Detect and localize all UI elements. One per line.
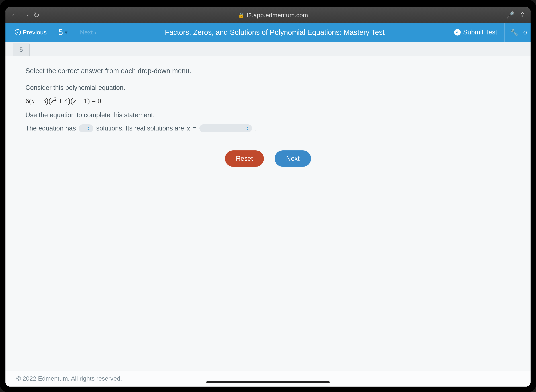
tools-button[interactable]: 🔧 To <box>504 23 531 42</box>
submit-test-button[interactable]: ✓ Submit Test <box>447 23 504 42</box>
equation-display: 6(x − 3)(x2 + 4)(x + 1) = 0 <box>25 96 511 105</box>
updown-icon: ▴▾ <box>86 126 91 131</box>
submit-label: Submit Test <box>463 28 497 36</box>
home-indicator[interactable] <box>206 381 330 383</box>
dropdown-real-solutions[interactable]: ▴▾ <box>199 124 252 132</box>
equals-sign: = <box>193 125 196 132</box>
header-next-label: Next <box>80 29 93 36</box>
browser-forward-icon[interactable]: → <box>22 11 29 19</box>
copyright-text: © 2022 Edmentum. All rights reserved. <box>16 375 122 382</box>
check-icon: ✓ <box>454 29 461 36</box>
prompt-line2: Use the equation to complete this statem… <box>25 111 511 119</box>
tools-label: To <box>520 28 527 36</box>
stmt-period: . <box>255 125 257 132</box>
variable-x: x <box>187 125 190 132</box>
stmt-part-a: The equation has <box>25 125 76 132</box>
chevron-down-icon: ▾ <box>65 29 67 36</box>
dropdown-solution-count[interactable]: ▴▾ <box>79 124 93 132</box>
tab-strip: 5 <box>5 42 531 56</box>
app-header: ‹ Previous 5 ▾ Next › Factors, Zeros, an… <box>5 23 531 42</box>
mic-icon[interactable]: 🎤 <box>507 11 515 19</box>
header-next-button: Next › <box>74 23 103 42</box>
question-content: Select the correct answer from each drop… <box>5 56 531 370</box>
browser-back-icon[interactable]: ← <box>11 11 18 19</box>
url-display[interactable]: 🔒 f2.app.edmentum.com <box>45 12 501 19</box>
test-title: Factors, Zeros, and Solutions of Polynom… <box>103 28 447 37</box>
action-row: Reset Next <box>25 150 511 167</box>
previous-button[interactable]: ‹ Previous <box>9 23 52 42</box>
lock-icon: 🔒 <box>238 12 244 18</box>
instruction-text: Select the correct answer from each drop… <box>25 67 511 75</box>
browser-refresh-icon[interactable]: ↻ <box>34 11 39 19</box>
browser-address-bar: ← → ↻ 🔒 f2.app.edmentum.com 🎤 ⇪ <box>5 7 531 23</box>
reset-button[interactable]: Reset <box>225 150 264 167</box>
tab-question-5[interactable]: 5 <box>13 43 29 56</box>
question-number-value: 5 <box>58 28 63 37</box>
footer: © 2022 Edmentum. All rights reserved. <box>5 370 531 387</box>
tab-label: 5 <box>19 46 23 53</box>
question-number-dropdown[interactable]: 5 ▾ <box>52 23 74 42</box>
share-icon[interactable]: ⇪ <box>520 11 525 19</box>
arrow-left-icon: ‹ <box>15 29 21 35</box>
previous-label: Previous <box>23 29 47 36</box>
arrow-right-icon: › <box>95 29 96 36</box>
prompt-line1: Consider this polynomial equation. <box>25 84 511 92</box>
url-text: f2.app.edmentum.com <box>247 12 308 19</box>
next-button[interactable]: Next <box>275 150 311 167</box>
fill-in-statement: The equation has ▴▾ solutions. Its real … <box>25 124 511 132</box>
stmt-part-b: solutions. Its real solutions are <box>96 125 184 132</box>
updown-icon: ▴▾ <box>245 126 249 131</box>
wrench-icon: 🔧 <box>510 28 518 36</box>
